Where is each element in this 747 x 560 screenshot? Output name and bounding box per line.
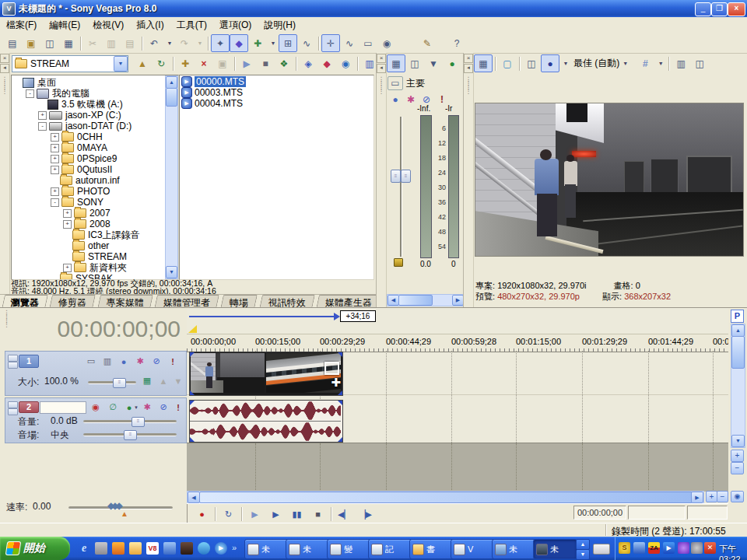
expander[interactable]: - (26, 89, 34, 98)
tray-messenger-icon[interactable] (678, 542, 689, 554)
expander[interactable]: + (63, 209, 72, 218)
grid-dropdown-icon[interactable]: ▼ (655, 54, 666, 72)
tray-zonealarm-icon[interactable]: ZA (648, 542, 660, 554)
delete-button[interactable]: × (195, 54, 213, 72)
restore-button[interactable]: ❐ (711, 2, 728, 16)
track2-pan-slider[interactable]: ≡ (83, 433, 177, 436)
preview-properties-button[interactable]: ▦ (474, 54, 493, 72)
stop-button[interactable]: ■ (307, 506, 328, 523)
menu-insert[interactable]: 插入(I) (130, 17, 170, 33)
normal-edit-tool-button[interactable]: ✛ (321, 34, 340, 52)
track1-solo-icon[interactable]: ! (165, 354, 181, 369)
quicklaunch-notes-icon[interactable] (163, 542, 176, 555)
task-button-7[interactable]: 未 (492, 539, 536, 559)
tray-alert-icon[interactable]: ✕ (704, 542, 716, 554)
quicklaunch-camera-icon[interactable] (95, 542, 107, 555)
new-project-button[interactable]: ▤ (3, 34, 22, 52)
quicklaunch-mediaplayer-icon[interactable]: ▶ (215, 542, 227, 555)
track2-fx-gear-icon[interactable]: ✱ (139, 400, 155, 415)
file-item[interactable]: 00003.MTS (195, 87, 243, 98)
tree-item[interactable]: 3.5 軟碟機 (A:) (61, 98, 123, 111)
bus-insert-fx-icon[interactable]: ● (388, 90, 403, 108)
hscroll-thumb[interactable] (199, 492, 693, 503)
preview-grip[interactable]: ⋮⋮⋮⋮ (464, 78, 473, 93)
expander[interactable]: + (51, 166, 59, 174)
auto-preview-button[interactable]: ❖ (275, 54, 293, 72)
expander[interactable]: + (63, 264, 72, 272)
up-one-level-button[interactable]: ▲ (133, 54, 152, 72)
task-button-5[interactable]: 書 (409, 539, 454, 559)
selection-length-box[interactable] (687, 506, 728, 520)
play-button[interactable]: ▶ (265, 506, 286, 523)
mixer-pin-icon[interactable]: ◄ (377, 64, 386, 73)
tray-antivirus-icon[interactable]: S (619, 542, 630, 554)
explorer-close-icon[interactable]: × (0, 54, 9, 63)
track2-phase-icon[interactable]: ∅ (105, 400, 121, 415)
web-button[interactable]: ◉ (336, 54, 355, 72)
timeline-hscrollbar[interactable]: ◀ ▶ (187, 491, 704, 504)
downmix-output-button[interactable]: ◫ (405, 54, 424, 72)
explorer-dock-strip[interactable]: × ◄ ⋮⋮⋮⋮ (0, 53, 10, 294)
quicklaunch-book-icon[interactable] (181, 542, 193, 555)
preview-dock-strip[interactable]: × ◄ ⋮⋮⋮⋮ (464, 53, 474, 307)
mixer-scrollbar[interactable]: ◀ ▶ (387, 294, 465, 306)
tree-item[interactable]: SONY (77, 197, 103, 208)
save-button[interactable]: ◫ (40, 34, 59, 52)
auto-ripple-button[interactable]: ◆ (230, 34, 248, 52)
timeline-time-display[interactable]: 00:00:00;00 (23, 316, 181, 342)
close-button[interactable]: × (728, 2, 745, 16)
address-combobox[interactable]: STREAM ▼ (12, 55, 128, 72)
track2-record-arm-icon[interactable]: ◉ (88, 400, 103, 415)
expander[interactable]: + (51, 187, 59, 196)
split-screen-button[interactable]: ◫ (522, 54, 541, 72)
tray-clock[interactable]: 下午 03:22 (719, 543, 747, 560)
preview-close-icon[interactable]: × (464, 54, 473, 63)
tree-item[interactable]: 2007 (89, 208, 110, 219)
enable-snapping-button[interactable]: ✦ (211, 34, 230, 52)
title-bar[interactable]: V 未標題的 * - Sony Vegas Pro 8.0 _ ❐ × (0, 0, 747, 17)
refresh-button[interactable]: ↻ (152, 54, 170, 72)
zoom-in-track-button[interactable]: + (731, 450, 744, 462)
task-button-8-active[interactable]: 未 (533, 539, 577, 559)
track1-header[interactable]: 1 ▭ ▥ ● ✱ ⊘ ! 大小: 100.0 % ≡ ▦ ▲ ▼ (5, 351, 187, 396)
task-button-6[interactable]: V (451, 539, 495, 559)
file-item[interactable]: 00004.MTS (195, 98, 243, 109)
insert-bus-button[interactable]: ● (443, 54, 461, 72)
hscroll-left-icon[interactable]: ◀ (188, 492, 200, 503)
marker-tool-icon[interactable]: P (731, 310, 744, 323)
master-fader-handle[interactable]: ≡ ≡ (391, 170, 411, 183)
selection-tool-button[interactable]: ▭ (359, 34, 377, 52)
address-dropdown-icon[interactable]: ▼ (114, 56, 128, 72)
track2-minimize-icon[interactable] (8, 401, 18, 408)
track1-restore-icon[interactable] (8, 362, 18, 369)
mixer-scroll-left-icon[interactable]: ◀ (388, 295, 399, 306)
undo-dropdown-icon[interactable]: ▼ (164, 34, 175, 52)
tree-scrollbar[interactable]: ▲ ▼ (165, 75, 178, 279)
tree-item[interactable]: autorun.inf (75, 175, 120, 186)
tree-item[interactable]: 新資料夾 (89, 261, 127, 275)
mixer-grip[interactable]: ⋮⋮⋮⋮ (377, 78, 386, 93)
edit-cursor-marker[interactable] (188, 325, 197, 333)
expander[interactable]: + (63, 220, 72, 229)
tab-trimmer[interactable]: 修剪器 (49, 295, 96, 308)
go-to-start-button[interactable]: ◀▏ (334, 506, 355, 523)
quicklaunch-ie-icon[interactable]: e (78, 542, 90, 555)
track2-mute-icon[interactable]: ⊘ (156, 400, 171, 415)
expander[interactable]: + (38, 111, 47, 120)
mixer-scroll-right-icon[interactable]: ▶ (452, 295, 464, 306)
expander[interactable]: - (38, 122, 47, 131)
track1-minimize-icon[interactable] (8, 355, 18, 362)
zoom-tool-corner-icon[interactable]: ◉ (731, 491, 744, 502)
minimize-button[interactable]: _ (695, 2, 711, 16)
vscroll-thumb[interactable] (731, 336, 745, 369)
undo-button[interactable]: ↶ (145, 34, 163, 52)
track2-name-field[interactable] (40, 401, 86, 414)
tree-item[interactable]: 0MAYA (77, 142, 107, 153)
track2-volume-slider[interactable]: ≡ (83, 420, 177, 423)
quality-dropdown-icon2[interactable]: ▼ (622, 61, 628, 66)
tab-transitions[interactable]: 轉場 (220, 295, 258, 308)
taskband-scroll-up-icon[interactable]: ▲ (576, 539, 590, 550)
fader-lock-icon[interactable] (394, 258, 403, 267)
video-event[interactable]: ✚ (189, 352, 343, 396)
interactive-tutorials-button[interactable]: ✎ (418, 34, 437, 52)
